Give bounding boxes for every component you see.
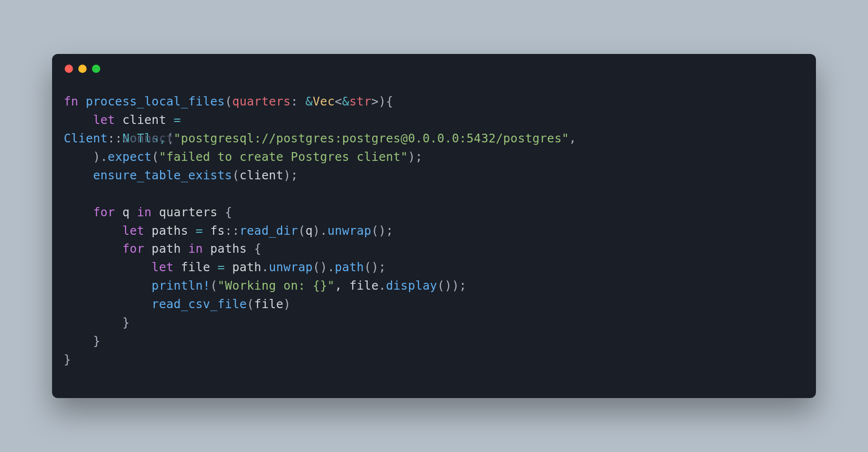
minimize-icon[interactable]: [78, 65, 87, 73]
arg-client: client: [239, 168, 283, 182]
iter-quarters: quarters: [152, 205, 225, 219]
indent: [64, 150, 93, 164]
brace-close: }: [64, 352, 71, 366]
dot: .: [379, 278, 386, 293]
brace: {: [225, 205, 232, 219]
indent: [64, 315, 122, 330]
end: ();: [364, 260, 386, 274]
space: [115, 113, 122, 127]
indent: [64, 278, 152, 293]
type-str: str: [349, 94, 371, 108]
method-unwrap: unwrap: [269, 260, 312, 274]
iter-paths: paths: [203, 242, 254, 256]
arg-file: file: [254, 297, 283, 311]
expr-path: path: [225, 260, 261, 274]
args: , file: [335, 278, 379, 293]
fn-read-csv: read_csv_file: [152, 297, 247, 311]
brace-close: }: [122, 315, 129, 330]
paren-close: ): [379, 94, 386, 108]
title-bar: [52, 54, 816, 78]
paren-close: ): [313, 224, 320, 238]
paren: (: [152, 150, 159, 164]
method-display: display: [386, 278, 437, 293]
indent: [64, 113, 93, 127]
keyword-in: in: [188, 242, 203, 256]
equals: =: [166, 113, 181, 127]
var-path: path: [145, 242, 188, 256]
brace-close: }: [93, 334, 100, 348]
var-client: client: [122, 113, 166, 127]
keyword-fn: fn: [64, 94, 78, 108]
conn-string: "postgresql://postgres:postgres@0.0.0.0:…: [174, 131, 569, 145]
paren: (: [298, 224, 306, 238]
indent: [64, 224, 122, 238]
close: );: [284, 168, 298, 182]
ghost-connect: connect: [122, 129, 173, 148]
keyword-let: let: [152, 260, 174, 274]
indent: [64, 205, 93, 219]
dot: .: [327, 260, 335, 274]
method-path: path: [335, 260, 364, 274]
space: [203, 224, 210, 238]
maximize-icon[interactable]: [92, 65, 100, 73]
indent: [64, 242, 122, 256]
brace-open: {: [386, 94, 393, 108]
module-fs: fs: [210, 224, 225, 238]
keyword-for: for: [93, 205, 115, 219]
comma: ,: [569, 131, 577, 145]
angle-close: >: [371, 94, 379, 108]
indent: [64, 168, 93, 182]
equals: =: [196, 224, 203, 238]
keyword-let: let: [122, 224, 144, 238]
method-expect: expect: [108, 150, 151, 164]
paren-open: (: [225, 94, 232, 108]
equals: =: [217, 260, 225, 274]
keyword-in: in: [137, 205, 152, 219]
var-q: q: [115, 205, 137, 219]
keyword-for: for: [122, 242, 144, 256]
arg-q: q: [306, 224, 313, 238]
paren: (: [210, 278, 217, 293]
macro-println: println!: [152, 278, 210, 293]
overlap-text: connectNoTls,: [122, 131, 166, 145]
indent: [64, 334, 93, 348]
parens: (): [313, 260, 327, 274]
type-client: Client: [64, 131, 108, 145]
dot: .: [320, 224, 327, 238]
fn-read-dir: read_dir: [239, 224, 298, 238]
angle-open: <: [335, 94, 342, 108]
close: );: [408, 150, 422, 164]
var-paths: paths: [145, 224, 196, 238]
code-content: fn process_local_files(quarters: &Vec<&s…: [52, 78, 816, 399]
dot: .: [261, 260, 269, 274]
paren-close: ): [284, 297, 291, 311]
method-unwrap: unwrap: [327, 224, 371, 238]
var-file: file: [174, 260, 217, 274]
paren-close: ): [93, 150, 100, 164]
end: ();: [371, 224, 393, 238]
type-vec: Vec: [313, 94, 335, 108]
keyword-let: let: [93, 113, 115, 127]
ref-op2: &: [342, 94, 349, 108]
paren: (: [232, 168, 239, 182]
function-name: process_local_files: [86, 94, 225, 108]
end: ());: [437, 278, 467, 293]
brace: {: [254, 242, 261, 256]
fn-ensure-table: ensure_table_exists: [93, 168, 232, 182]
paren: (: [247, 297, 254, 311]
dot: .: [100, 150, 108, 164]
ref-op: &: [306, 94, 313, 108]
double-colon: ::: [225, 224, 239, 238]
error-string: "failed to create Postgres client": [159, 150, 408, 164]
format-string: "Working on: {}": [217, 278, 335, 293]
indent: [64, 297, 152, 311]
param-name: quarters: [232, 94, 290, 108]
terminal-window: fn process_local_files(quarters: &Vec<&s…: [52, 54, 816, 399]
close-icon[interactable]: [65, 65, 73, 73]
colon: :: [291, 94, 306, 108]
double-colon: ::: [108, 131, 122, 145]
indent: [64, 260, 152, 274]
